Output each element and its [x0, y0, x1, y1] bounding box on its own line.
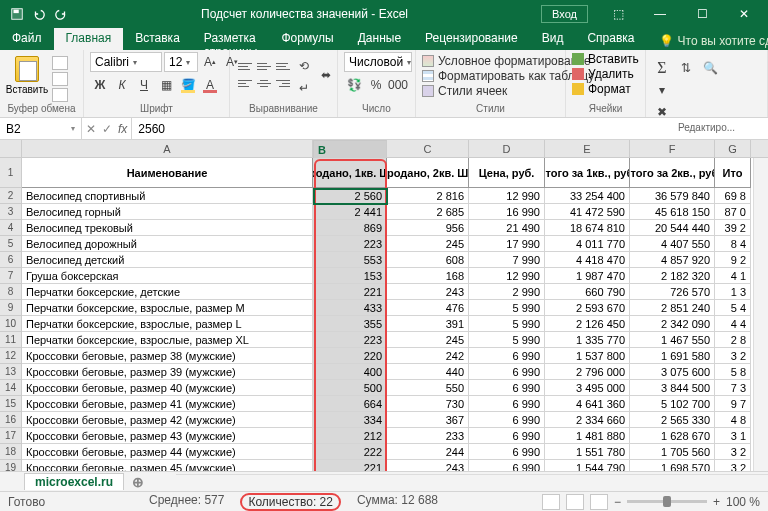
sheet-tabs: microexcel.ru ⊕	[0, 471, 768, 491]
view-layout-icon[interactable]	[566, 494, 584, 510]
tab-insert[interactable]: Вставка	[123, 28, 192, 50]
tab-formulas[interactable]: Формулы	[269, 28, 345, 50]
bold-icon[interactable]: Ж	[90, 75, 110, 95]
find-icon[interactable]: 🔍	[700, 58, 720, 78]
align-middle-icon[interactable]	[255, 59, 273, 75]
border-icon[interactable]: ▦	[156, 75, 176, 95]
clear-icon[interactable]: ✖	[652, 102, 672, 122]
new-sheet-icon[interactable]: ⊕	[126, 474, 150, 490]
grid: A B C D E F G 1 Наименование Продано, 1к…	[0, 140, 768, 471]
sheet-tab[interactable]: microexcel.ru	[24, 473, 124, 490]
table-row[interactable]: 16 Кроссовки беговые, размер 42 (мужские…	[0, 412, 768, 428]
maximize-icon[interactable]: ☐	[682, 0, 722, 28]
view-normal-icon[interactable]	[542, 494, 560, 510]
table-row[interactable]: 9 Перчатки боксерские, взрослые, размер …	[0, 300, 768, 316]
tab-view[interactable]: Вид	[530, 28, 576, 50]
col-header-e[interactable]: E	[545, 140, 630, 157]
col-header-c[interactable]: C	[387, 140, 469, 157]
group-clipboard: Буфер обмена	[6, 103, 77, 115]
horizontal-scrollbar[interactable]	[176, 474, 768, 489]
comma-icon[interactable]: 000	[388, 75, 408, 95]
cut-icon[interactable]	[52, 56, 68, 70]
table-row[interactable]: 11 Перчатки боксерские, взрослые, размер…	[0, 332, 768, 348]
sort-filter-icon[interactable]: ⇅	[676, 58, 696, 78]
align-bottom-icon[interactable]	[274, 59, 292, 75]
align-right-icon[interactable]	[274, 76, 292, 92]
autosum-icon[interactable]: Σ	[652, 58, 672, 78]
wrap-text-icon[interactable]: ↵	[294, 78, 314, 98]
tab-home[interactable]: Главная	[54, 28, 124, 50]
tab-file[interactable]: Файл	[0, 28, 54, 50]
format-cells-button[interactable]: Формат	[572, 82, 639, 96]
tab-review[interactable]: Рецензирование	[413, 28, 530, 50]
login-button[interactable]: Вход	[541, 5, 588, 23]
underline-icon[interactable]: Ч	[134, 75, 154, 95]
fill-icon[interactable]: ▾	[652, 80, 672, 100]
table-row[interactable]: 6 Велосипед детский 553 608 7 990 4 418 …	[0, 252, 768, 268]
cancel-formula-icon[interactable]: ✕	[86, 122, 96, 136]
tell-me[interactable]: 💡Что вы хотите сделать?	[647, 28, 768, 50]
orientation-icon[interactable]: ⟲	[294, 56, 314, 76]
align-left-icon[interactable]	[236, 76, 254, 92]
table-row[interactable]: 15 Кроссовки беговые, размер 41 (мужские…	[0, 396, 768, 412]
undo-icon[interactable]	[32, 7, 46, 21]
table-row[interactable]: 12 Кроссовки беговые, размер 38 (мужские…	[0, 348, 768, 364]
table-row[interactable]: 10 Перчатки боксерские, взрослые, размер…	[0, 316, 768, 332]
col-header-b[interactable]: B	[313, 140, 387, 160]
align-center-icon[interactable]	[255, 76, 273, 92]
fill-color-icon[interactable]: 🪣	[178, 75, 198, 95]
table-row[interactable]: 18 Кроссовки беговые, размер 44 (мужские…	[0, 444, 768, 460]
table-row[interactable]: 14 Кроссовки беговые, размер 40 (мужские…	[0, 380, 768, 396]
close-icon[interactable]: ✕	[724, 0, 764, 28]
grow-font-icon[interactable]: A▴	[200, 52, 220, 72]
table-row[interactable]: 8 Перчатки боксерские, детские 221 243 2…	[0, 284, 768, 300]
select-all-corner[interactable]	[0, 140, 22, 157]
italic-icon[interactable]: К	[112, 75, 132, 95]
table-row[interactable]: 4 Велосипед трековый 869 956 21 490 18 6…	[0, 220, 768, 236]
merge-icon[interactable]: ⬌	[316, 65, 336, 85]
ribbon-options-icon[interactable]: ⬚	[598, 0, 638, 28]
percent-icon[interactable]: %	[366, 75, 386, 95]
redo-icon[interactable]	[54, 7, 68, 21]
font-color-icon[interactable]: A	[200, 75, 220, 95]
table-row[interactable]: 7 Груша боксерская 153 168 12 990 1 987 …	[0, 268, 768, 284]
col-header-g[interactable]: G	[715, 140, 751, 157]
table-row[interactable]: 13 Кроссовки беговые, размер 39 (мужские…	[0, 364, 768, 380]
vertical-scrollbar[interactable]	[753, 158, 768, 471]
col-header-d[interactable]: D	[469, 140, 545, 157]
align-top-icon[interactable]	[236, 59, 254, 75]
col-header-a[interactable]: A	[22, 140, 313, 157]
format-painter-icon[interactable]	[52, 88, 68, 102]
zoom-slider[interactable]	[627, 500, 707, 503]
table-row[interactable]: 19 Кроссовки беговые, размер 45 (мужские…	[0, 460, 768, 471]
paste-button[interactable]: Вставить	[6, 52, 48, 95]
col-header-f[interactable]: F	[630, 140, 715, 157]
name-box[interactable]: B2▾	[0, 118, 82, 139]
currency-icon[interactable]: 💱	[344, 75, 364, 95]
group-styles: Стили	[422, 103, 559, 115]
zoom-level: 100 %	[726, 495, 760, 509]
font-name-select[interactable]: Calibri▾	[90, 52, 162, 72]
insert-icon	[572, 53, 584, 65]
table-row[interactable]: 17 Кроссовки беговые, размер 43 (мужские…	[0, 428, 768, 444]
insert-cells-button[interactable]: Вставить	[572, 52, 639, 66]
font-size-select[interactable]: 12▾	[164, 52, 198, 72]
table-row[interactable]: 3 Велосипед горный 2 441 2 685 16 990 41…	[0, 204, 768, 220]
save-icon[interactable]	[10, 7, 24, 21]
minimize-icon[interactable]: —	[640, 0, 680, 28]
zoom-in-icon[interactable]: +	[713, 495, 720, 509]
delete-cells-button[interactable]: Удалить	[572, 67, 639, 81]
enter-formula-icon[interactable]: ✓	[102, 122, 112, 136]
copy-icon[interactable]	[52, 72, 68, 86]
group-number: Число	[344, 103, 409, 115]
table-row[interactable]: 5 Велосипед дорожный 223 245 17 990 4 01…	[0, 236, 768, 252]
tab-layout[interactable]: Разметка страницы	[192, 28, 270, 50]
tab-data[interactable]: Данные	[346, 28, 413, 50]
zoom-out-icon[interactable]: −	[614, 495, 621, 509]
tab-help[interactable]: Справка	[575, 28, 646, 50]
table-row[interactable]: 2 Велосипед спортивный 2 560 2 816 12 99…	[0, 188, 768, 204]
group-cells: Ячейки	[572, 103, 639, 115]
fx-icon[interactable]: fx	[118, 122, 127, 136]
number-format-select[interactable]: Числовой▾	[344, 52, 412, 72]
view-break-icon[interactable]	[590, 494, 608, 510]
